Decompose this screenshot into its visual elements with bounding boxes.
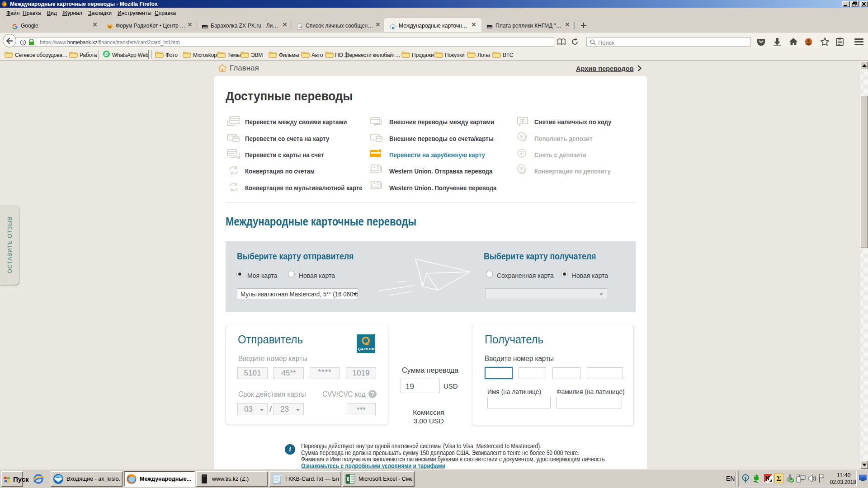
svg-text:Σ: Σ [776, 474, 781, 483]
